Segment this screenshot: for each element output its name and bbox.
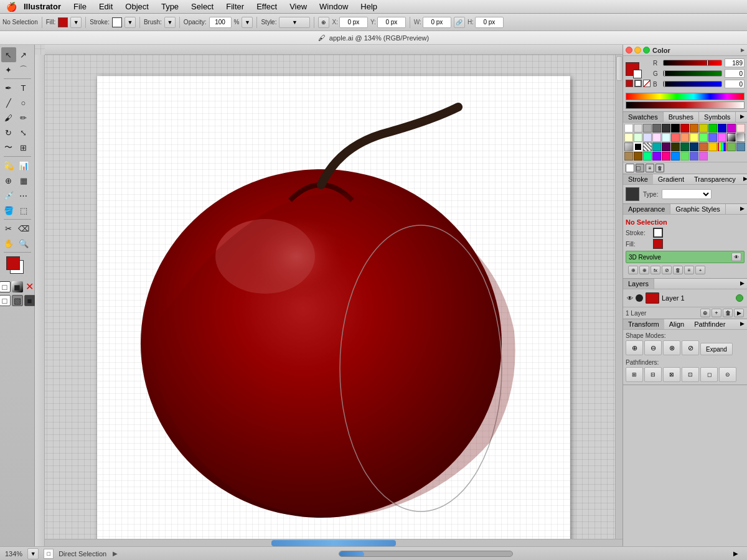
swatch-dark-purple[interactable] — [662, 142, 670, 151]
constrain-btn[interactable]: 🔗 — [454, 17, 465, 28]
crop-btn[interactable]: ⊡ — [682, 367, 699, 382]
swatch-light-gray[interactable] — [634, 124, 642, 133]
appearance-3d-revolve-bar[interactable]: 3D Revolve 👁 — [626, 251, 745, 263]
swatch-teal[interactable] — [652, 142, 661, 151]
layer-1-thumbnail[interactable] — [646, 292, 659, 304]
minus-back-btn[interactable]: ⊝ — [719, 367, 736, 382]
tab-gradient[interactable]: Gradient — [653, 174, 689, 184]
opacity-input[interactable] — [209, 17, 232, 28]
live-paint-selection[interactable]: ⬚ — [16, 203, 31, 218]
minus-front-btn[interactable]: ⊖ — [644, 340, 662, 355]
paintbrush-tool[interactable]: 🖌 — [1, 110, 16, 125]
swatch-green-light[interactable] — [634, 133, 642, 142]
ellipse-tool[interactable]: ○ — [16, 95, 31, 110]
y-input[interactable] — [377, 17, 406, 28]
r-slider-thumb[interactable] — [707, 60, 708, 66]
menu-type[interactable]: Type — [155, 0, 185, 14]
trim-btn[interactable]: ⊟ — [644, 367, 662, 382]
swatch-dark-gray[interactable] — [652, 124, 661, 133]
stroke-type-select[interactable]: Flat Round — [662, 189, 712, 199]
swatch-lime[interactable] — [727, 142, 736, 151]
b-value-input[interactable] — [725, 80, 745, 88]
fill-swatch[interactable] — [58, 17, 68, 27]
swatch-forest[interactable] — [680, 142, 689, 151]
status-scroll-track[interactable] — [339, 551, 513, 557]
swatch-color-groups[interactable]: □ — [636, 164, 644, 172]
swatch-gray[interactable] — [643, 124, 652, 133]
exclude-btn[interactable]: ⊘ — [682, 340, 699, 355]
menu-select[interactable]: Select — [185, 0, 220, 14]
swatch-salmon[interactable] — [671, 133, 680, 142]
stroke-swatch[interactable] — [112, 17, 122, 27]
fg-color-swatch[interactable] — [6, 256, 20, 270]
r-value-input[interactable] — [725, 58, 745, 67]
layers-add-btn[interactable]: + — [712, 309, 721, 317]
magic-wand-tool[interactable]: ✦ — [1, 62, 16, 77]
tab-appearance[interactable]: Appearance — [623, 204, 670, 214]
direct-selection-tool[interactable]: ↗ — [16, 47, 31, 62]
menu-window[interactable]: Window — [313, 0, 354, 14]
vertical-scrollbar[interactable] — [615, 55, 622, 539]
menu-object[interactable]: Object — [119, 0, 155, 14]
swatch-delete-btn[interactable]: 🗑 — [655, 164, 664, 172]
fill-options-btn[interactable]: ▼ — [70, 17, 82, 28]
swatch-magenta[interactable] — [718, 133, 726, 142]
layer-1-target-btn[interactable] — [636, 294, 643, 302]
no-fill-mode-icon[interactable] — [643, 80, 651, 87]
eyedropper-tool[interactable]: 💉 — [1, 188, 16, 203]
lasso-tool[interactable]: ⌒ — [16, 62, 31, 77]
b-slider[interactable] — [663, 81, 722, 87]
color-spectrum-bar[interactable] — [626, 93, 745, 100]
layer-1-visibility-icon[interactable]: 👁 — [627, 295, 633, 302]
swatch-blue[interactable] — [718, 124, 726, 133]
swatch-bright-yellow[interactable] — [690, 133, 698, 142]
appearance-stroke-swatch[interactable] — [653, 228, 663, 238]
swatch-options-icon[interactable] — [626, 164, 634, 172]
expand-btn[interactable]: Expand — [700, 343, 733, 355]
swatch-gold[interactable] — [708, 142, 717, 151]
layers-expand-icon[interactable]: ▶ — [738, 279, 747, 289]
color-tint-bar[interactable] — [626, 101, 745, 109]
swatch-orange[interactable] — [690, 124, 698, 133]
menu-file[interactable]: File — [67, 0, 93, 14]
swatch-yellow-light[interactable] — [624, 133, 633, 142]
normal-view-btn[interactable]: □ — [0, 295, 11, 306]
gradient-tool[interactable]: ▦ — [16, 173, 31, 188]
type-tool[interactable]: T — [16, 80, 31, 95]
swatch-cyan-light[interactable] — [662, 133, 670, 142]
menu-effect[interactable]: Effect — [250, 0, 283, 14]
zoom-tool[interactable]: 🔍 — [16, 236, 31, 251]
swatch-brown[interactable] — [699, 142, 708, 151]
tab-symbols[interactable]: Symbols — [699, 112, 736, 122]
swatch-purple-light[interactable] — [652, 133, 661, 142]
appearance-add-stroke-btn[interactable]: ⊕ — [628, 266, 638, 274]
line-tool[interactable]: ╱ — [1, 95, 16, 110]
swatch-tan[interactable] — [624, 152, 633, 161]
no-fill-btn[interactable]: ✕ — [24, 281, 35, 292]
normal-fill-btn[interactable]: □ — [0, 281, 11, 292]
layers-locate-btn[interactable]: ⊕ — [700, 309, 710, 317]
appearance-fill-swatch[interactable] — [653, 239, 663, 249]
g-slider-thumb[interactable] — [664, 70, 665, 77]
menu-help[interactable]: Help — [354, 0, 383, 14]
color-panel-max-btn[interactable] — [643, 47, 650, 54]
tab-transparency[interactable]: Transparency — [689, 174, 741, 184]
swatches-expand-icon[interactable]: ▶ — [738, 112, 747, 122]
free-transform-tool[interactable]: ⊞ — [16, 140, 31, 155]
rotate-tool[interactable]: ↻ — [1, 125, 16, 140]
pixel-view-btn[interactable]: ■ — [24, 295, 35, 306]
x-input[interactable] — [339, 17, 368, 28]
swatch-violet[interactable] — [652, 152, 661, 161]
menu-view[interactable]: View — [283, 0, 313, 14]
column-graph-tool[interactable]: 📊 — [16, 158, 31, 173]
v-scrollbar-thumb[interactable] — [616, 56, 622, 81]
scissors-tool[interactable]: ✂ — [1, 221, 16, 236]
gradient-fill-btn[interactable]: ◼ — [12, 281, 23, 292]
swatch-dark-stroke[interactable] — [634, 142, 642, 151]
symbol-sprayer-tool[interactable]: 💫 — [1, 158, 16, 173]
swatch-yellow[interactable] — [699, 124, 708, 133]
transform-expand-icon[interactable]: ▶ — [738, 319, 747, 329]
swatch-purple[interactable] — [727, 124, 736, 133]
tab-brushes[interactable]: Brushes — [664, 112, 699, 122]
appearance-visibility-toggle[interactable]: 👁 — [731, 253, 741, 261]
